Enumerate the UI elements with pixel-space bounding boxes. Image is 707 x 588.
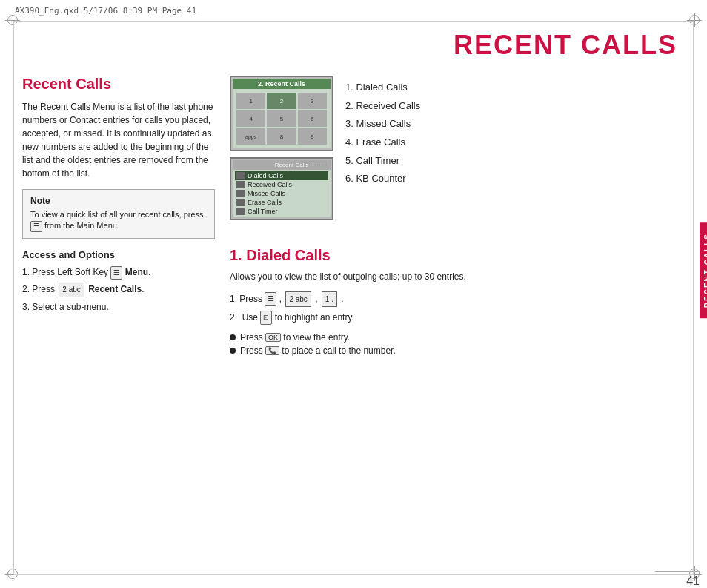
menu-item-1: 1. Dialed Calls [345, 79, 685, 97]
note-box: Note To view a quick list of all your re… [22, 189, 215, 239]
access-step-2: 2. Press 2 abc Recent Calls. [22, 282, 215, 298]
grid-cell-4: 4 [236, 110, 265, 127]
recent-calls-title: Recent Calls [22, 76, 215, 93]
recent-calls-body: The Recent Calls Menu is a list of the l… [22, 100, 215, 180]
right-top-area: 2. Recent Calls 1 2 3 4 5 6 apps 8 [230, 76, 685, 237]
page-title: RECENT CALLS [22, 30, 685, 61]
bullet-items: Press OK to view the entry. Press 📞 to p… [230, 332, 685, 356]
note-text: To view a quick list of all your recent … [30, 209, 207, 232]
menu-item-2: 2. Received Calls [345, 97, 685, 116]
dialed-calls-title: 1. Dialed Calls [230, 247, 685, 264]
menu-icon-1 [236, 172, 245, 179]
side-tab: RECENT CALLS [700, 222, 707, 318]
screen2-header: Recent Calls ········ [233, 160, 331, 170]
screen1-header: 2. Recent Calls [233, 79, 331, 89]
menu-icon-3 [236, 190, 245, 197]
call-options-list: 1. Dialed Calls 2. Received Calls 3. Mis… [345, 79, 685, 188]
grid-cell-5: 5 [267, 110, 296, 127]
main-content: RECENT CALLS Recent Calls The Recent Cal… [22, 30, 685, 566]
screen1-grid: 1 2 3 4 5 6 apps 8 9 [235, 91, 328, 146]
access-step-3: 3. Select a sub-menu. [22, 300, 215, 316]
menu-missed: Missed Calls [235, 189, 328, 198]
signal-dots: ········ [310, 162, 328, 168]
menu-item-5: 5. Call Timer [345, 152, 685, 171]
nav-icon: ⊡ [260, 311, 272, 325]
grid-cell-2: 2 [267, 93, 296, 109]
menu-timer: Call Timer [235, 207, 328, 216]
two-column-layout: Recent Calls The Recent Calls Menu is a … [22, 76, 685, 359]
press-icon-menu: ☰ [265, 292, 276, 306]
menu-dialed: Dialed Calls [235, 171, 328, 180]
key-2abc: 2 abc [59, 283, 84, 297]
menu-item-3: 3. Missed Calls [345, 115, 685, 133]
grid-cell-1: 1 [236, 93, 265, 109]
menu-erase: Erase Calls [235, 198, 328, 207]
bullet-call: Press 📞 to place a call to the number. [230, 346, 685, 356]
left-column: Recent Calls The Recent Calls Menu is a … [22, 76, 215, 359]
access-steps-list: 1. Press Left Soft Key ☰ Menu. 2. Press … [22, 265, 215, 316]
ok-icon: OK [265, 333, 281, 342]
menu-icon-4 [236, 199, 245, 206]
note-label: Note [30, 196, 207, 206]
press-key-2abc: 2 abc [285, 291, 311, 307]
grid-cell-8: 8 [267, 128, 296, 145]
menu-received: Received Calls [235, 180, 328, 189]
menu-icon-5 [236, 208, 245, 215]
bullet-dot-2 [230, 348, 236, 354]
menu-key-icon: ☰ [30, 221, 42, 232]
menu-item-6: 6. KB Counter [345, 170, 685, 188]
menu-item-4: 4. Erase Calls [345, 133, 685, 152]
header-file-info: AX390_Eng.qxd 5/17/06 8:39 PM Page 41 [15, 6, 196, 16]
dialed-step-2: 2. Use ⊡ to highlight an entry. [230, 309, 685, 326]
dialed-calls-body: Allows you to view the list of outgoing … [230, 270, 685, 283]
screen2-outer: Recent Calls ········ Dialed Calls Recei… [230, 157, 333, 220]
page-number: 41 [686, 575, 700, 588]
dialed-step-1: 1. Press ☰ , 2 abc , 1 . . [230, 291, 685, 308]
bullet-view: Press OK to view the entry. [230, 332, 685, 343]
soft-key-icon: ☰ [110, 266, 122, 280]
right-column: 2. Recent Calls 1 2 3 4 5 6 apps 8 [230, 76, 685, 359]
call-icon: 📞 [265, 346, 279, 355]
access-options-title: Access and Options [22, 249, 215, 260]
grid-cell-6: 6 [298, 110, 327, 127]
access-step-1: 1. Press Left Soft Key ☰ Menu. [22, 265, 215, 281]
bullet-dot-1 [230, 334, 236, 340]
grid-cell-9: 9 [298, 128, 327, 145]
press-key-1: 1 . [322, 291, 337, 307]
menu-text-list: 1. Dialed Calls 2. Received Calls 3. Mis… [345, 76, 685, 237]
phone-screenshots: 2. Recent Calls 1 2 3 4 5 6 apps 8 [230, 76, 333, 226]
bottom-rule [655, 571, 700, 572]
grid-cell-7: apps [236, 128, 265, 145]
grid-cell-3: 3 [298, 93, 327, 109]
dialed-steps-list: 1. Press ☰ , 2 abc , 1 . . 2. Use ⊡ to h… [230, 291, 685, 326]
screen1-outer: 2. Recent Calls 1 2 3 4 5 6 apps 8 [230, 76, 333, 151]
menu-icon-2 [236, 181, 245, 188]
